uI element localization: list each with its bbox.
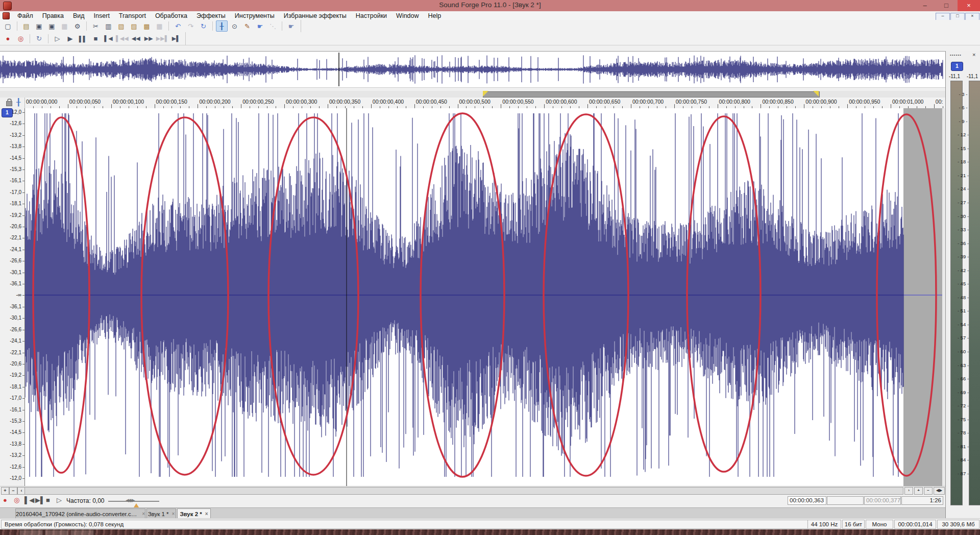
cursor-position-field[interactable]: 00:00:00,363 [788, 496, 826, 505]
menu-эффекты[interactable]: Эффекты [192, 12, 230, 20]
tab-1[interactable]: 20160404_170942 (online-audio-converter.… [15, 508, 145, 519]
menu-файл[interactable]: Файл [13, 12, 38, 20]
status-channel-mode: Моно [866, 520, 893, 529]
forward-far-button[interactable]: ▶▶▌ [156, 33, 169, 44]
envelope-tool-button[interactable]: ⋱ [267, 20, 279, 32]
pencil-tool-button[interactable]: ✎ [241, 20, 253, 32]
play-button[interactable]: ▶ [64, 33, 76, 44]
db-scale-label: -14,5 [10, 429, 21, 435]
redo-button[interactable]: ↷ [185, 20, 197, 32]
mini-play-button[interactable]: ▷ [57, 496, 62, 504]
close-button[interactable]: × [958, 0, 980, 11]
db-scale-label: -20,6 [10, 361, 21, 367]
zoom-fit-button[interactable]: ◀▶ [934, 487, 945, 495]
menu-вид[interactable]: Вид [68, 12, 89, 20]
minimize-button[interactable]: – [915, 0, 935, 11]
go-to-end-button[interactable]: ▶▌ [170, 33, 182, 44]
waveform-region[interactable] [24, 108, 946, 486]
menu-обработка[interactable]: Обработка [151, 12, 192, 20]
scroll-right-button[interactable]: › [904, 487, 913, 495]
db-scale-label: -16,1 [10, 407, 21, 412]
document-icon[interactable] [3, 12, 10, 19]
zoom-ratio-field[interactable]: 1:26 [901, 496, 943, 505]
db-scale: -12,0-12,6-13,2-13,8-14,5-15,3-16,1-17,0… [0, 108, 24, 486]
go-to-start-button[interactable]: ▌◀ [103, 33, 114, 44]
menu-transport[interactable]: Transport [114, 12, 151, 20]
tab-2[interactable]: Звук 1 *× [146, 508, 176, 519]
menu-настройки[interactable]: Настройки [351, 12, 391, 20]
forward-button[interactable]: ▶▶ [143, 33, 155, 44]
publish-button[interactable]: ⚙ [71, 20, 83, 32]
zoom-in-time-button[interactable]: + [914, 487, 923, 495]
tab-3[interactable]: Звук 2 *× [177, 508, 211, 519]
panel-close-icon[interactable]: × [972, 52, 975, 58]
rewind-button[interactable]: ◀◀ [130, 33, 142, 44]
pause-button[interactable]: ▌▌ [77, 33, 89, 44]
zoom-out-time-button[interactable]: − [924, 487, 933, 495]
menu-правка[interactable]: Правка [38, 12, 68, 20]
mdi-minimize-button[interactable]: – [936, 13, 950, 20]
save-all-button[interactable]: ▦ [59, 20, 70, 32]
record-button[interactable]: ● [2, 33, 14, 44]
time-ruler[interactable]: 00:00:00,00000:00:00,05000:00:00,10000:0… [0, 98, 945, 109]
event-tool-button[interactable]: ☛ [254, 20, 266, 32]
mini-stop-button[interactable]: ■ [46, 496, 50, 504]
lock-icon[interactable] [6, 101, 12, 106]
file-properties-button[interactable]: ▣ [46, 20, 58, 32]
rewind-far-button[interactable]: ▌◀◀ [115, 33, 129, 44]
loop-record-button[interactable]: ◎ [15, 33, 27, 44]
menu-избранные-эффекты[interactable]: Избранные эффекты [279, 12, 351, 20]
db-scale-label: -∞ [16, 292, 21, 298]
stop-button[interactable]: ■ [90, 33, 102, 44]
db-scale-label: -26,6 [10, 258, 21, 263]
loop-end-handle[interactable] [813, 91, 819, 96]
save-button[interactable]: ▣ [33, 20, 45, 32]
mini-record-button[interactable]: ● [3, 496, 7, 504]
frequency-slider-handle[interactable]: ◀◆▶ [126, 498, 135, 503]
undo-button[interactable]: ↶ [172, 20, 184, 32]
trim-button[interactable]: ▦ [154, 20, 165, 32]
loop-start-handle[interactable] [483, 91, 488, 96]
edit-cursor-icon[interactable]: ╂ [16, 98, 20, 106]
loop-playback-button[interactable]: ↻ [33, 33, 45, 44]
play-all-button[interactable]: ▷ [52, 33, 63, 44]
level-meter-panel: •••••• × 1 -11,1 -11,1 - 3 -- 6 -- 9 -- … [945, 51, 980, 518]
zoom-out-button[interactable]: − [9, 487, 17, 495]
menu-help[interactable]: Help [424, 12, 446, 20]
selection-length-field[interactable] [827, 496, 864, 505]
hand-tool-button[interactable]: ☛ [285, 20, 297, 32]
paste-button[interactable]: ▧ [115, 20, 127, 32]
overview-waveform[interactable] [0, 51, 945, 88]
new-file-button[interactable]: ▢ [2, 20, 14, 32]
zoom-in-button[interactable]: + [1, 487, 9, 495]
repeat-button[interactable]: ↻ [198, 20, 209, 32]
cut-button[interactable]: ✂ [90, 20, 102, 32]
menu-инструменты[interactable]: Инструменты [230, 12, 279, 20]
paste-new-button[interactable]: ▩ [141, 20, 153, 32]
mini-go-start-button[interactable]: ▌◀ [24, 496, 34, 504]
db-scale-label: -18,1 [10, 201, 21, 206]
ruler-label: 00:00:00,350 [329, 99, 360, 105]
menu-insert[interactable]: Insert [89, 12, 114, 20]
tab-close-icon[interactable]: × [172, 511, 175, 517]
edit-tool-button[interactable]: ╂ [216, 20, 228, 32]
mini-go-end-button[interactable]: ▶▌ [35, 496, 45, 504]
copy-button[interactable]: ▥ [103, 20, 114, 32]
menu-window[interactable]: Window [391, 12, 423, 20]
mdi-restore-button[interactable]: □ [950, 13, 965, 20]
panel-grip-icon[interactable]: •••••• [950, 53, 962, 57]
restore-button[interactable]: □ [936, 0, 957, 11]
meter-tick-label: - 27 - [946, 200, 980, 205]
horizontal-scrollbar[interactable]: +−‹ ›+−◀▶ [0, 486, 945, 495]
peak-value-right: -11,1 [965, 74, 980, 79]
tab-close-icon[interactable]: × [142, 511, 145, 517]
open-button[interactable]: ▤ [20, 20, 32, 32]
paste-mix-button[interactable]: ▨ [128, 20, 140, 32]
scrollbar-thumb[interactable] [24, 487, 903, 495]
mini-loop-record-button[interactable]: ◎ [14, 496, 19, 504]
ruler-label: 00:00:00,150 [156, 99, 187, 105]
magnify-tool-button[interactable]: ⊙ [229, 20, 240, 32]
mdi-close-button[interactable]: × [965, 13, 979, 20]
loop-region-bar[interactable] [483, 91, 820, 98]
tab-close-icon[interactable]: × [205, 511, 208, 517]
